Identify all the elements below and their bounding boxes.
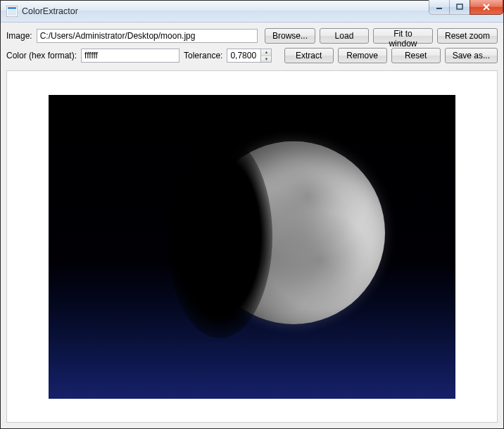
image-canvas <box>49 95 455 399</box>
svg-rect-2 <box>8 10 16 15</box>
load-button[interactable]: Load <box>320 28 369 44</box>
fit-to-window-button[interactable]: Fit to window <box>373 28 433 44</box>
client-area: Image: Browse... Load Fit to window Rese… <box>1 23 503 428</box>
window-title: ColorExtractor <box>22 6 78 16</box>
minimize-icon <box>436 4 443 11</box>
tolerance-label: Tolerance: <box>184 51 222 60</box>
row-image: Image: Browse... Load Fit to window Rese… <box>6 28 498 44</box>
app-window: ColorExtractor Image: Browse... L <box>0 0 504 429</box>
tolerance-input[interactable] <box>227 49 260 63</box>
remove-button[interactable]: Remove <box>338 48 387 63</box>
image-label: Image: <box>6 31 32 41</box>
reset-button[interactable]: Reset <box>391 48 441 63</box>
svg-rect-4 <box>457 4 462 9</box>
extract-button[interactable]: Extract <box>284 48 334 63</box>
tolerance-stepper: ▲ ▼ <box>260 49 272 63</box>
row1-buttons: Browse... Load Fit to window Reset zoom <box>265 28 498 44</box>
reset-zoom-button[interactable]: Reset zoom <box>437 28 498 44</box>
svg-rect-1 <box>8 7 16 9</box>
row-color: Color (hex format): Tolerance: ▲ ▼ Extra… <box>6 48 498 63</box>
row2-buttons: Extract Remove Reset Save as... <box>284 48 498 63</box>
color-label: Color (hex format): <box>6 51 77 60</box>
image-viewer[interactable] <box>6 70 498 423</box>
minimize-button[interactable] <box>429 0 450 15</box>
tolerance-spinner: ▲ ▼ <box>227 49 272 63</box>
close-button[interactable] <box>470 0 503 15</box>
svg-rect-3 <box>436 8 442 9</box>
tolerance-step-down[interactable]: ▼ <box>261 56 271 63</box>
browse-button[interactable]: Browse... <box>265 28 315 44</box>
tolerance-step-up[interactable]: ▲ <box>261 49 271 56</box>
moon-image <box>202 141 385 324</box>
title-bar[interactable]: ColorExtractor <box>1 1 503 23</box>
color-hex-input[interactable] <box>81 49 179 63</box>
maximize-button[interactable] <box>449 0 470 15</box>
close-icon <box>482 4 491 11</box>
image-path-input[interactable] <box>37 29 258 43</box>
save-as-button[interactable]: Save as... <box>445 48 498 63</box>
app-icon <box>6 6 18 17</box>
maximize-icon <box>456 4 463 11</box>
window-controls <box>429 0 503 15</box>
